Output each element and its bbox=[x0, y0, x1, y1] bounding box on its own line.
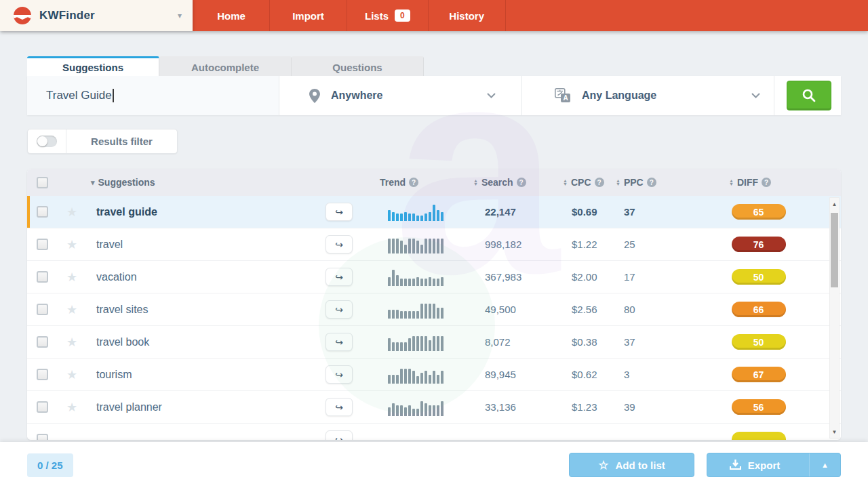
arrow-right-icon: ↪ bbox=[335, 402, 343, 413]
tab-label: Autocomplete bbox=[191, 62, 259, 73]
language-dropdown[interactable]: A Any Language bbox=[522, 76, 774, 115]
scroll-up-icon[interactable]: ▲ bbox=[830, 199, 839, 209]
scrollbar-thumb[interactable] bbox=[831, 213, 838, 287]
tab-questions[interactable]: Questions bbox=[292, 56, 424, 76]
nav-items: Home Import Lists 0 History bbox=[193, 0, 506, 31]
table-body: ★ travel guide ↪ 22,147 $0.69 37 65 ★ tr… bbox=[27, 196, 841, 440]
ppc-value: 25 bbox=[609, 239, 688, 250]
header-ppc[interactable]: ▲▼ PPC ? bbox=[609, 177, 688, 188]
open-serp-button[interactable]: ↪ bbox=[326, 300, 353, 319]
help-icon[interactable]: ? bbox=[647, 178, 656, 187]
table-row[interactable]: ★ travel sites ↪ 49,500 $2.56 80 66 bbox=[27, 293, 841, 326]
table-row[interactable]: ★ travel ↪ 998,182 $1.22 25 76 bbox=[27, 228, 841, 261]
table-row[interactable]: ★ tourism ↪ 89,945 $0.62 3 67 bbox=[27, 359, 841, 391]
export-button[interactable]: Export ▲ bbox=[707, 453, 841, 477]
cpc-value: $2.00 bbox=[548, 271, 609, 283]
cpc-value: $2.56 bbox=[548, 304, 609, 315]
table-row[interactable]: ★ travel guide ↪ 22,147 $0.69 37 65 bbox=[27, 196, 841, 228]
trend-chart bbox=[374, 365, 461, 384]
tab-suggestions[interactable]: Suggestions bbox=[27, 56, 159, 76]
star-icon[interactable]: ★ bbox=[57, 302, 87, 317]
header-trend: Trend ? bbox=[374, 177, 461, 188]
help-icon[interactable]: ? bbox=[762, 178, 771, 187]
header-label: Trend bbox=[380, 177, 406, 188]
row-checkbox[interactable] bbox=[37, 271, 48, 283]
arrow-right-icon: ↪ bbox=[335, 207, 343, 218]
diff-badge: 76 bbox=[732, 237, 786, 252]
help-icon[interactable]: ? bbox=[517, 178, 526, 187]
open-serp-button[interactable]: ↪ bbox=[326, 203, 353, 221]
search-value: 367,983 bbox=[461, 271, 548, 283]
help-icon[interactable]: ? bbox=[409, 178, 418, 187]
translate-icon: A bbox=[555, 88, 571, 103]
star-icon[interactable]: ★ bbox=[57, 335, 87, 350]
keyword-label: vacation bbox=[87, 271, 326, 283]
row-checkbox[interactable] bbox=[37, 239, 48, 250]
header-search[interactable]: ▲▼ Search ? bbox=[461, 177, 548, 188]
nav-item-home[interactable]: Home bbox=[193, 0, 270, 31]
row-checkbox[interactable] bbox=[37, 304, 48, 315]
table-row[interactable]: ★ travel book ↪ 8,072 $0.38 37 50 bbox=[27, 326, 841, 359]
search-bar: Travel Guide Anywhere A Any Language bbox=[27, 76, 841, 115]
diff-badge: 65 bbox=[732, 204, 786, 220]
row-checkbox[interactable] bbox=[37, 336, 48, 348]
nav-item-lists[interactable]: Lists 0 bbox=[347, 0, 429, 31]
open-serp-button[interactable]: ↪ bbox=[326, 268, 353, 286]
svg-text:A: A bbox=[563, 94, 568, 102]
header-label: CPC bbox=[571, 177, 591, 188]
location-dropdown[interactable]: Anywhere bbox=[279, 76, 522, 115]
search-button[interactable] bbox=[787, 81, 831, 110]
chevron-down-icon[interactable]: ▾ bbox=[178, 11, 182, 20]
open-serp-button[interactable]: ↪ bbox=[326, 365, 353, 384]
star-icon[interactable]: ★ bbox=[57, 270, 87, 285]
nav-item-label: Lists bbox=[365, 10, 389, 22]
export-options-caret[interactable]: ▲ bbox=[809, 453, 840, 476]
nav-item-import[interactable]: Import bbox=[270, 0, 347, 31]
table-row[interactable]: ★ travel planner ↪ 33,136 $1.23 39 56 bbox=[27, 391, 841, 424]
scroll-down-icon[interactable]: ▼ bbox=[830, 427, 839, 436]
tab-label: Suggestions bbox=[62, 62, 123, 73]
diff-badge bbox=[732, 432, 786, 440]
lists-count-badge: 0 bbox=[395, 9, 410, 22]
row-checkbox[interactable] bbox=[37, 401, 48, 413]
brand-area[interactable]: KWFinder ▾ bbox=[0, 0, 193, 31]
tab-autocomplete[interactable]: Autocomplete bbox=[159, 56, 292, 76]
add-to-list-button[interactable]: ☆ Add to list bbox=[569, 453, 694, 477]
nav-item-label: History bbox=[449, 10, 484, 22]
search-icon bbox=[802, 88, 816, 103]
search-value: 49,500 bbox=[461, 304, 548, 315]
table-row[interactable]: ★ vacation ↪ 367,983 $2.00 17 50 bbox=[27, 261, 841, 293]
row-checkbox[interactable] bbox=[37, 434, 48, 440]
star-icon[interactable]: ★ bbox=[57, 205, 87, 220]
footer-bar: 0 / 25 ☆ Add to list Export ▲ bbox=[0, 442, 868, 488]
row-checkbox[interactable] bbox=[37, 206, 48, 218]
header-diff[interactable]: ▲▼ DIFF ? bbox=[688, 177, 829, 188]
star-icon[interactable]: ★ bbox=[57, 367, 87, 382]
ppc-value: 17 bbox=[609, 271, 688, 283]
table-row[interactable]: ★ ↪ bbox=[27, 424, 841, 440]
help-icon[interactable]: ? bbox=[595, 178, 604, 187]
header-suggestions[interactable]: ▾ Suggestions bbox=[87, 177, 326, 188]
header-label: PPC bbox=[624, 177, 644, 188]
star-icon[interactable]: ★ bbox=[57, 237, 87, 252]
nav-item-history[interactable]: History bbox=[429, 0, 506, 31]
export-main[interactable]: Export bbox=[707, 453, 802, 476]
open-serp-button[interactable]: ↪ bbox=[326, 430, 353, 440]
trend-chart bbox=[374, 333, 461, 351]
results-filter-toggle[interactable] bbox=[28, 129, 66, 153]
keyword-label: travel guide bbox=[87, 206, 326, 218]
star-icon[interactable]: ★ bbox=[57, 400, 87, 415]
diff-badge: 56 bbox=[732, 399, 786, 415]
header-cpc[interactable]: ▲▼ CPC ? bbox=[548, 177, 609, 188]
arrow-right-icon: ↪ bbox=[335, 434, 343, 441]
open-serp-button[interactable]: ↪ bbox=[326, 398, 353, 416]
search-value: 89,945 bbox=[461, 369, 548, 380]
row-checkbox[interactable] bbox=[37, 369, 48, 380]
select-all-checkbox[interactable] bbox=[37, 177, 48, 188]
keyword-table: ▾ Suggestions Trend ? ▲▼ Search ? ▲▼ CPC… bbox=[27, 169, 841, 440]
keyword-input[interactable]: Travel Guide bbox=[27, 76, 279, 115]
diff-badge: 67 bbox=[732, 367, 786, 382]
open-serp-button[interactable]: ↪ bbox=[326, 235, 353, 253]
table-scrollbar[interactable]: ▲ ▼ bbox=[829, 197, 840, 439]
open-serp-button[interactable]: ↪ bbox=[326, 333, 353, 351]
